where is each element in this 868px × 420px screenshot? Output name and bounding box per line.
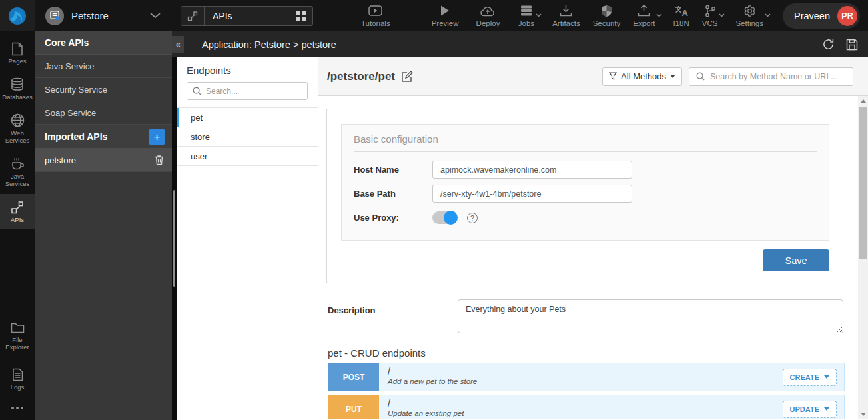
scrollbar-up-button[interactable]: [858, 96, 868, 106]
security-button[interactable]: Security: [593, 3, 621, 29]
project-name: Petstore: [71, 10, 143, 21]
endpoints-search-input[interactable]: [206, 87, 302, 96]
branch-icon: [704, 4, 716, 17]
sidebar-item-petstore[interactable]: petstore: [35, 149, 172, 172]
deploy-cloud-icon: [480, 4, 495, 17]
save-floppy-icon: [846, 39, 858, 51]
main-header-actions: All Methods: [602, 67, 853, 86]
chevron-down-icon: [536, 13, 542, 17]
jobs-label: Jobs: [518, 19, 534, 27]
page-icon: [11, 41, 23, 56]
export-button[interactable]: Export: [633, 3, 655, 29]
rail-item-web-services[interactable]: Web Services: [0, 107, 35, 151]
crud-path: /: [388, 366, 774, 377]
download-icon: [560, 4, 572, 17]
topbar-right-actions: Jobs Artifacts Security Export: [518, 3, 860, 29]
save-all-button[interactable]: [846, 39, 858, 51]
rail-label: File Explorer: [1, 337, 33, 351]
main-body: Basic configuration Host Name Base Path …: [318, 96, 868, 419]
user-menu[interactable]: Praveen PR: [783, 3, 860, 29]
description-textarea[interactable]: Everything about your Pets: [458, 299, 843, 333]
collapse-sidebar-button[interactable]: «: [172, 36, 184, 53]
basic-configuration-title: Basic configuration: [354, 133, 817, 152]
more-options-button[interactable]: [0, 397, 35, 420]
scrollbar-down-button[interactable]: [858, 409, 868, 419]
api-node-icon: [181, 7, 205, 25]
imported-apis-label: Imported APIs: [45, 131, 107, 142]
sidebar-scrollbar-thumb[interactable]: [173, 190, 175, 287]
help-icon: ?: [467, 213, 478, 223]
module-selector[interactable]: APIs: [181, 6, 313, 26]
vcs-button[interactable]: VCS: [702, 3, 718, 29]
save-button[interactable]: Save: [763, 249, 829, 271]
artifacts-button[interactable]: Artifacts: [552, 3, 580, 29]
jobs-button[interactable]: Jobs: [518, 3, 534, 29]
breadcrumb-bar: « Application: Petstore > petstore: [172, 31, 868, 57]
sidebar-item-security-service[interactable]: Security Service: [35, 78, 172, 101]
i18n-button[interactable]: A I18N: [673, 3, 689, 29]
edit-path-button[interactable]: [401, 71, 413, 83]
chevron-down-icon: [765, 13, 771, 17]
deploy-button[interactable]: Deploy: [476, 3, 500, 29]
jobs-server-icon: [520, 4, 533, 17]
base-path-label: Base Path: [354, 189, 432, 199]
imported-apis-header: Imported APIs +: [35, 125, 172, 149]
basic-configuration-panel: Basic configuration Host Name Base Path …: [341, 124, 829, 241]
scrollbar-thumb[interactable]: [859, 107, 867, 259]
rail-item-file-explorer[interactable]: File Explorer: [0, 314, 35, 357]
delete-api-button[interactable]: [155, 155, 164, 165]
update-action-label: UPDATE: [790, 405, 819, 413]
add-api-button[interactable]: +: [149, 129, 165, 145]
project-selector[interactable]: Petstore: [35, 0, 171, 31]
endpoints-panel: Endpoints pet store user: [177, 57, 318, 420]
module-label: APIs: [205, 11, 290, 21]
host-name-input[interactable]: [432, 161, 632, 179]
update-action-button[interactable]: UPDATE: [783, 401, 837, 418]
crud-row-info: / Add a new pet to the store: [379, 363, 783, 391]
crud-path: /: [388, 398, 774, 409]
rail-item-pages[interactable]: Pages: [0, 35, 35, 71]
tutorials-label: Tutorials: [361, 19, 390, 27]
rail-spacer: [0, 229, 35, 314]
endpoints-title: Endpoints: [177, 57, 318, 82]
preview-button[interactable]: Preview: [432, 3, 459, 29]
refresh-button[interactable]: [822, 38, 835, 51]
sidebar-item-java-service[interactable]: Java Service: [35, 55, 172, 78]
methods-filter-select[interactable]: All Methods: [602, 67, 682, 86]
settings-button[interactable]: Settings: [735, 3, 763, 29]
use-proxy-toggle[interactable]: [432, 211, 457, 224]
rail-label: Logs: [11, 384, 25, 391]
preview-label: Preview: [432, 19, 459, 27]
sidebar-item-soap-service[interactable]: Soap Service: [35, 101, 172, 125]
topbar-center-actions: Tutorials Preview Deploy: [361, 3, 500, 29]
rail-item-databases[interactable]: Databases: [0, 71, 35, 107]
create-action-label: CREATE: [790, 373, 819, 381]
project-avatar: [45, 7, 64, 25]
base-path-input[interactable]: [432, 185, 632, 203]
endpoint-item-user[interactable]: user: [177, 147, 318, 166]
wavemaker-wave-icon: [7, 5, 28, 27]
rail-label: Pages: [9, 58, 27, 65]
tutorials-button[interactable]: Tutorials: [361, 3, 390, 29]
vcs-label: VCS: [702, 19, 718, 27]
chevron-down-icon: [150, 13, 161, 19]
endpoint-item-store[interactable]: store: [177, 127, 318, 147]
api-sidebar: Core APIs Java Service Security Service …: [35, 31, 172, 420]
search-icon: [696, 72, 705, 81]
app-window: Petstore APIs Tutorials P: [0, 0, 868, 420]
top-bar: Petstore APIs Tutorials P: [0, 0, 868, 31]
endpoint-item-pet[interactable]: pet: [177, 108, 318, 127]
user-avatar: PR: [837, 6, 857, 26]
crud-row-put[interactable]: PUT / Update an existing pet UPDATE: [328, 395, 845, 419]
translate-icon: A: [674, 4, 689, 17]
folder-icon: [11, 320, 25, 335]
rail-item-java-services[interactable]: Java Services: [0, 151, 35, 194]
crud-row-post[interactable]: POST / Add a new pet to the store CREATE: [328, 363, 845, 391]
create-action-button[interactable]: CREATE: [783, 369, 837, 386]
use-proxy-label: Use Proxy:: [354, 213, 432, 223]
petstore-label: petstore: [45, 155, 76, 165]
rail-item-apis[interactable]: APIs: [0, 194, 35, 230]
wavemaker-logo[interactable]: [0, 0, 35, 31]
rail-item-logs[interactable]: Logs: [0, 361, 35, 397]
method-search-input[interactable]: [710, 72, 846, 81]
